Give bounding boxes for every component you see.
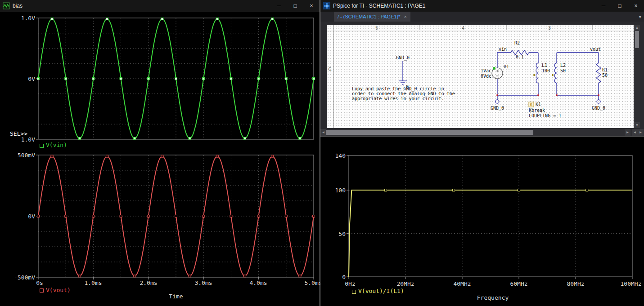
vout-legend-label[interactable]: V(vout) bbox=[46, 287, 71, 293]
component-r1-resistor[interactable]: R1 50 bbox=[596, 63, 608, 83]
tab-schematic1-page1[interactable]: / - (SCHEMATIC1 : PAGE1)* × bbox=[334, 12, 410, 22]
v1-name: V1 bbox=[504, 64, 509, 69]
maximize-button[interactable]: □ bbox=[612, 0, 628, 12]
ac-sweep-plot bbox=[320, 137, 644, 306]
V(vin)-marker bbox=[230, 78, 232, 80]
bias-probe-window: bias ─ □ × 1.0V 0V -1.0V SEL>> V(vin) 50… bbox=[0, 0, 320, 306]
V(vout)-marker bbox=[134, 275, 136, 277]
minimize-button[interactable]: ─ bbox=[271, 0, 287, 12]
gnd0-source-symbol[interactable]: GND_0 0 bbox=[396, 55, 410, 89]
V(vin)-marker bbox=[216, 18, 218, 20]
svg-text:appropriate wires in your circ: appropriate wires in your circuit. bbox=[352, 96, 444, 101]
l1-phase-dot bbox=[533, 74, 535, 76]
x-axis-title: Time bbox=[169, 293, 183, 300]
instruction-note: Copy and paste the GND_0 circle in order… bbox=[352, 86, 455, 101]
component-v1-source[interactable]: V1 1Vac 0Vdc bbox=[481, 64, 509, 79]
gnd-symbol-left[interactable]: GND_0 bbox=[491, 100, 504, 111]
scroll-up-icon[interactable]: ▲ bbox=[634, 25, 640, 31]
chevron-down-icon[interactable]: ▾ bbox=[639, 12, 641, 22]
window-title: PSpice for TI - SCHEMATIC1 : PAGE1 bbox=[333, 3, 595, 9]
canvas-horizontal-scrollbar[interactable]: ◄ ► ◄ ► bbox=[320, 129, 644, 136]
x-axis-title: Frequency bbox=[477, 294, 509, 301]
bias-titlebar: bias ─ □ × bbox=[0, 0, 320, 12]
freq-legend-label[interactable]: V(vout)/I(L1) bbox=[358, 288, 404, 294]
wires bbox=[497, 53, 599, 100]
V(vout)/I(L1)-marker bbox=[384, 189, 387, 191]
V(vin)-marker bbox=[147, 78, 149, 80]
V(vout)-marker bbox=[106, 155, 108, 157]
schematic-canvas[interactable]: 5 4 3 C GND_0 0 Copy and paste bbox=[327, 25, 634, 128]
ruler-number: 5 bbox=[375, 26, 378, 31]
sel-indicator: SEL>> bbox=[10, 130, 37, 137]
k1-name: K1 bbox=[536, 102, 541, 107]
V(vout)/I(L1)-marker bbox=[518, 189, 520, 191]
ytick-label: 100 bbox=[320, 187, 346, 194]
gnd-symbol-right[interactable]: GND_0 bbox=[592, 100, 605, 111]
transient-grid bbox=[36, 18, 314, 279]
scroll-down-icon[interactable]: ▼ bbox=[634, 122, 640, 128]
V(vout)/I(L1)-marker bbox=[586, 189, 588, 191]
net-label-vin[interactable]: vin bbox=[499, 47, 507, 52]
V(vout)-marker bbox=[257, 215, 260, 217]
V(vout)-marker bbox=[244, 275, 246, 277]
l2-name: L2 bbox=[560, 63, 566, 68]
xtick-label: 3.0ms bbox=[194, 279, 212, 286]
r2-value: 0.1 bbox=[516, 54, 524, 59]
pan-left-icon[interactable]: ◄ bbox=[632, 129, 638, 136]
V(vin)-marker bbox=[65, 78, 67, 80]
V(vout)-marker bbox=[65, 215, 67, 217]
ytick-label: 500mV bbox=[0, 152, 35, 159]
ytick-label: 140 bbox=[320, 152, 346, 159]
scroll-left-icon[interactable]: ◄ bbox=[320, 129, 326, 136]
V(vout)-marker bbox=[189, 275, 191, 277]
close-button[interactable]: × bbox=[628, 0, 644, 12]
pspice-titlebar: PSpice for TI - SCHEMATIC1 : PAGE1 ─ □ × bbox=[320, 0, 644, 12]
component-k1-coupling[interactable]: K K1 Kbreak COUPLING = 1 bbox=[529, 102, 561, 118]
V(vout)-marker bbox=[203, 215, 205, 217]
v1-dc-value: 0Vdc bbox=[481, 74, 491, 79]
scroll-right-icon[interactable]: ► bbox=[625, 129, 630, 136]
ytick-label: -1.0V bbox=[0, 136, 35, 143]
V(vin)-marker bbox=[78, 137, 81, 140]
ytick-label: 50 bbox=[320, 231, 346, 237]
vertical-scroll-thumb[interactable] bbox=[635, 31, 639, 48]
gnd0-label: GND_0 bbox=[396, 55, 410, 61]
pspice-client-area: 5 4 3 C GND_0 0 Copy and paste bbox=[320, 22, 644, 306]
V(vin)-marker bbox=[313, 78, 315, 80]
l1-name: L1 bbox=[542, 63, 547, 68]
k1-coupling: COUPLING = 1 bbox=[529, 113, 561, 118]
V(vin)-marker bbox=[51, 18, 53, 20]
r1-name: R1 bbox=[602, 67, 608, 72]
V(vin)-marker bbox=[161, 18, 163, 20]
pspice-app-icon bbox=[323, 2, 330, 9]
canvas-vertical-scrollbar[interactable]: ▲ ▼ bbox=[634, 25, 640, 128]
source-pin-dot bbox=[493, 67, 495, 70]
V(vin)-marker bbox=[203, 78, 205, 80]
pan-right-icon[interactable]: ► bbox=[638, 129, 644, 136]
component-r2-resistor[interactable]: R2 0.1 bbox=[511, 40, 529, 59]
xtick-label: 60MHz bbox=[510, 280, 527, 287]
V(vin)-marker bbox=[244, 137, 246, 140]
vout-legend-swatch[interactable] bbox=[40, 288, 44, 293]
tab-close-icon[interactable]: × bbox=[404, 14, 407, 19]
V(vout)-marker bbox=[313, 215, 315, 217]
V(vin)-marker bbox=[175, 78, 177, 80]
component-l1-inductor[interactable]: L1 100 bbox=[533, 63, 550, 83]
svg-text:order to connect the Analog GN: order to connect the Analog GND to the bbox=[352, 91, 455, 96]
V(vout)-marker bbox=[51, 155, 53, 157]
vin-legend-label[interactable]: V(vin) bbox=[46, 142, 67, 148]
freq-trace bbox=[349, 189, 632, 277]
bias-window-icon bbox=[3, 2, 10, 9]
net-label-vout[interactable]: vout bbox=[590, 47, 601, 52]
vin-legend-swatch[interactable] bbox=[40, 144, 44, 148]
r1-value: 50 bbox=[602, 73, 608, 78]
V(vout)/I(L1)-marker bbox=[453, 189, 455, 191]
V(vout)-marker bbox=[147, 215, 149, 217]
freq-legend-swatch[interactable] bbox=[352, 290, 356, 294]
close-button[interactable]: × bbox=[303, 0, 320, 12]
maximize-button[interactable]: □ bbox=[287, 0, 303, 12]
minimize-button[interactable]: ─ bbox=[595, 0, 612, 12]
component-l2-inductor[interactable]: L2 50 bbox=[552, 63, 566, 83]
horizontal-scroll-thumb[interactable] bbox=[326, 130, 533, 135]
horizontal-scroll-track[interactable] bbox=[326, 129, 625, 136]
